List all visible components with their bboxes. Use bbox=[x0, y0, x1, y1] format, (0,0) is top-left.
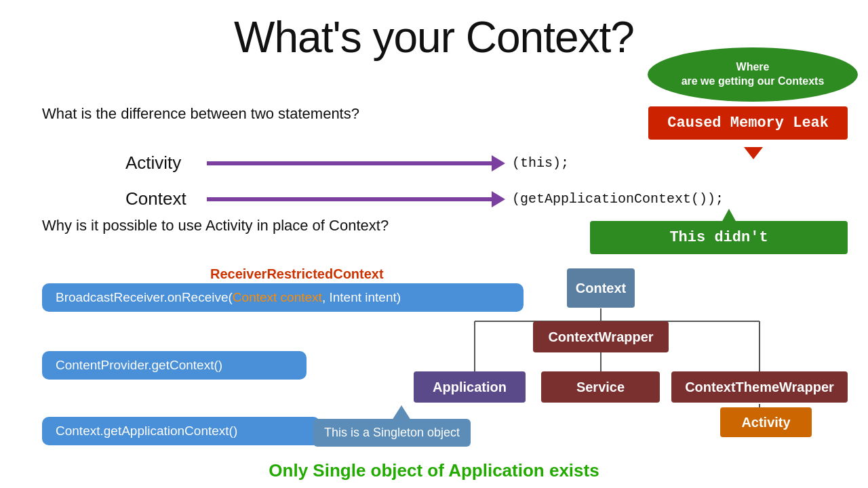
activity-code: (this); bbox=[512, 155, 569, 171]
tooltip-triangle bbox=[392, 405, 411, 420]
arrow-shaft1 bbox=[207, 161, 492, 165]
arrow-head1 bbox=[492, 155, 505, 171]
context-label: Context bbox=[125, 188, 207, 209]
this-didnt-box: This didn't bbox=[590, 221, 848, 254]
broadcast-receiver-box: BroadcastReceiver.onReceive(Context cont… bbox=[42, 283, 524, 312]
context-arrow bbox=[207, 191, 505, 207]
broadcast-highlight: Context context bbox=[233, 290, 322, 304]
memory-leak-box: Caused Memory Leak bbox=[648, 106, 848, 140]
arrow-shaft2 bbox=[207, 197, 492, 201]
context-hier-box: Context bbox=[567, 268, 635, 308]
receiver-label: ReceiverRestrictedContext bbox=[210, 266, 384, 282]
question2: Why is it possible to use Activity in pl… bbox=[42, 217, 389, 235]
service-hier-box: Service bbox=[541, 371, 660, 403]
context-bubble: Where are we getting our Contexts bbox=[648, 47, 858, 102]
application-hier-box: Application bbox=[414, 371, 526, 403]
context-code: (getApplicationContext()); bbox=[512, 191, 724, 207]
context-wrapper-box: ContextWrapper bbox=[533, 321, 669, 352]
content-provider-box: ContentProvider.getContext() bbox=[42, 351, 307, 380]
context-row: Context (getApplicationContext()); bbox=[125, 188, 724, 209]
get-app-context-box: Context.getApplicationContext() bbox=[42, 417, 320, 445]
red-box-tail bbox=[744, 147, 763, 159]
activity-arrow bbox=[207, 155, 505, 171]
arrow-head2 bbox=[492, 191, 505, 207]
broadcast-pre: BroadcastReceiver.onReceive( bbox=[56, 290, 233, 304]
activity-label: Activity bbox=[125, 152, 207, 174]
activity-row: Activity (this); bbox=[125, 152, 569, 174]
bottom-text: Only Single object of Application exists bbox=[0, 460, 868, 481]
activity-hier-box: Activity bbox=[720, 407, 812, 437]
bubble-text: Where are we getting our Contexts bbox=[682, 60, 825, 89]
singleton-tooltip: This is a Singleton object bbox=[313, 419, 471, 447]
broadcast-post: , Intent intent) bbox=[322, 290, 401, 304]
question1: What is the difference between two state… bbox=[42, 105, 359, 123]
context-theme-wrapper-box: ContextThemeWrapper bbox=[671, 371, 848, 403]
